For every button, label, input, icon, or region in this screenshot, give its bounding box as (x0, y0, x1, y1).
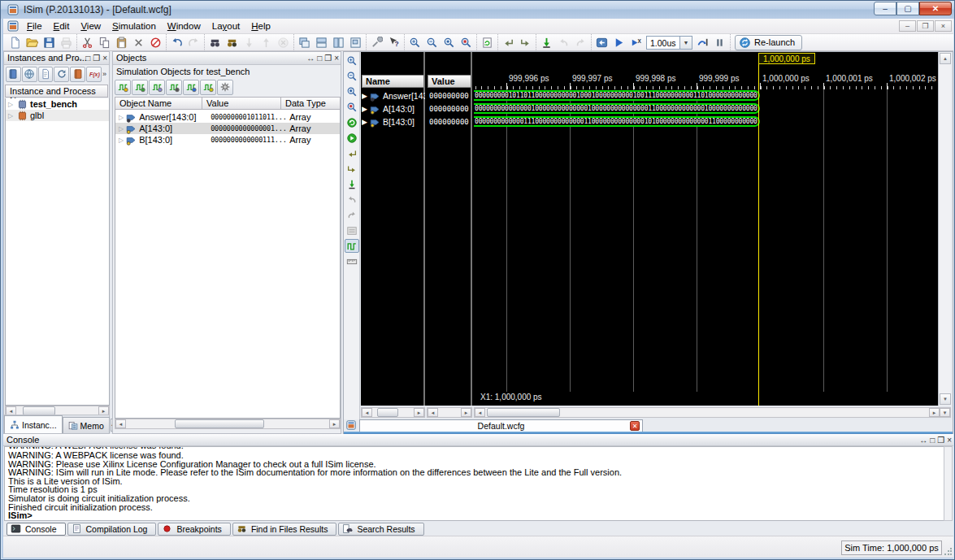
scroll-left-arrow[interactable]: ◂ (428, 408, 438, 417)
run-all-icon[interactable] (610, 35, 627, 50)
object-row-a[interactable]: ▷A[143:0]0000000000000001...Array (115, 123, 340, 134)
tree-item-test_bench[interactable]: ▷test_bench (6, 98, 109, 110)
scroll-left-arrow[interactable]: ◂ (475, 408, 485, 417)
restore-icon[interactable]: ❐ (93, 53, 100, 63)
expand-triangle-icon[interactable]: ▶ (362, 105, 367, 113)
preferences-icon[interactable] (368, 35, 385, 50)
next-marker-icon[interactable] (345, 208, 359, 222)
restore-icon[interactable]: ❐ (324, 53, 332, 63)
menu-help[interactable]: Help (245, 19, 276, 34)
chevron-down-icon[interactable]: ▼ (680, 36, 692, 50)
wave-signal-a[interactable]: ▶A[143:0] (362, 102, 425, 115)
scroll-right-arrow[interactable]: ▸ (461, 408, 471, 417)
settings-icon[interactable] (217, 80, 233, 95)
expand-triangle-icon[interactable]: ▷ (8, 101, 15, 108)
book-orange-icon[interactable] (70, 67, 85, 82)
maximize-button[interactable]: ▢ (896, 2, 919, 15)
find-in-files-icon[interactable] (224, 35, 241, 50)
maximize-icon[interactable]: □ (930, 435, 935, 445)
menu-view[interactable]: View (75, 19, 106, 34)
wave-name-header[interactable]: Name (362, 75, 424, 88)
instances-column-header[interactable]: Instance and Process Name (5, 85, 108, 98)
new-file-icon[interactable] (7, 35, 24, 50)
zoom-full-icon[interactable] (345, 85, 359, 98)
name-hscrollbar[interactable]: ◂ ▸ (361, 407, 425, 418)
menu-simulation[interactable]: Simulation (106, 19, 162, 34)
scroll-right-arrow[interactable]: ▸ (929, 408, 940, 417)
tab-memo[interactable]: Memo (63, 417, 110, 433)
sig-inout-icon[interactable] (149, 80, 165, 95)
restart-icon[interactable] (538, 35, 555, 50)
find-icon[interactable] (206, 35, 224, 50)
sig-output-icon[interactable] (132, 80, 148, 95)
maximize-icon[interactable]: □ (85, 53, 90, 63)
overflow-chevron-icon[interactable]: » (102, 70, 106, 78)
next-transition-icon[interactable] (345, 162, 359, 176)
refresh-icon[interactable] (479, 35, 496, 50)
mdi-restore-icon[interactable]: ❐ (917, 20, 934, 32)
prev-transition-icon[interactable] (345, 146, 359, 160)
jump-back-icon[interactable] (500, 35, 517, 50)
zoom-full-icon[interactable] (441, 35, 458, 50)
block-icon[interactable] (147, 35, 164, 50)
layout-tile-h-icon[interactable] (313, 35, 330, 50)
wave-canvas[interactable]: 999,996 ps999,997 ps999,998 ps999,999 ps… (474, 52, 937, 406)
delete-icon[interactable] (130, 35, 147, 50)
float-icon[interactable]: ↔ (75, 53, 83, 63)
close-icon[interactable]: × (334, 53, 339, 63)
zoom-cursor-icon[interactable] (458, 35, 475, 50)
tree-item-glbl[interactable]: ▷glbl (6, 110, 109, 121)
console-panel-title[interactable]: Console ↔□❐× (3, 434, 953, 446)
objects-column-data-type[interactable]: Data Type (281, 97, 341, 110)
zoom-in-icon[interactable] (345, 54, 359, 67)
tab-instanc[interactable]: Instanc... (4, 415, 63, 433)
tab-close-icon[interactable]: ✕ (630, 421, 640, 431)
wave-vscrollbar[interactable]: ▲ ▼ (938, 52, 951, 406)
instances-panel-title[interactable]: Instances and Pro... ↔□❐× (4, 52, 109, 65)
instances-tree[interactable]: ▷test_bench▷glbl (5, 98, 110, 406)
float-icon[interactable]: ↔ (306, 53, 315, 63)
scroll-thumb[interactable] (487, 408, 560, 417)
expand-triangle-icon[interactable]: ▶ (362, 118, 367, 126)
goto-time-icon[interactable] (345, 177, 359, 191)
wave-signal-b[interactable]: ▶B[143:0] (362, 115, 425, 128)
undo-icon[interactable] (168, 35, 185, 50)
wave-tab-default-wcfg[interactable]: Default.wcfg ✕ (359, 419, 643, 432)
swap-icon[interactable] (345, 224, 359, 237)
tab-breakpoints[interactable]: Breakpoints (158, 523, 230, 536)
zoom-in-icon[interactable] (406, 35, 423, 50)
copy-icon[interactable] (96, 35, 113, 50)
doc-icon[interactable] (38, 67, 54, 82)
scroll-up-arrow[interactable]: ▲ (940, 53, 951, 64)
layout-cascade-icon[interactable] (296, 35, 313, 50)
close-icon[interactable]: × (102, 53, 107, 63)
refresh-g-icon[interactable] (54, 67, 69, 82)
sig-constant-icon[interactable] (183, 80, 199, 95)
run-for-time-icon[interactable]: X (627, 35, 645, 50)
measure-icon[interactable] (345, 254, 359, 268)
objects-column-object-name[interactable]: Object Name (115, 97, 202, 110)
scroll-thumb[interactable] (175, 419, 264, 428)
sig-input-icon[interactable] (115, 80, 131, 95)
snap-icon[interactable] (345, 239, 359, 253)
canvas-hscrollbar[interactable]: ◂ ▸ ▾ (474, 407, 951, 418)
menu-edit[interactable]: Edit (48, 19, 76, 34)
expand-triangle-icon[interactable]: ▷ (119, 125, 124, 132)
minimize-button[interactable]: – (874, 2, 896, 15)
zoom-out-icon[interactable] (423, 35, 441, 50)
scroll-down-arrow[interactable]: ▼ (940, 393, 951, 405)
jump-forward-icon[interactable] (517, 35, 534, 50)
wave-signal-answer[interactable]: ▶Answer[143 (362, 89, 425, 102)
scroll-right-arrow[interactable]: ▸ (414, 408, 424, 417)
objects-column-value[interactable]: Value (202, 97, 281, 110)
scroll-corner-button[interactable]: ▾ (940, 408, 950, 417)
book-blue-icon[interactable] (6, 67, 21, 82)
paste-icon[interactable] (113, 35, 130, 50)
run-duration-combo[interactable]: 1.00us▼ (646, 36, 692, 50)
close-button[interactable]: ✕ (919, 2, 952, 15)
expand-triangle-icon[interactable]: ▶ (362, 92, 367, 100)
zoom-cursor-icon[interactable] (345, 100, 359, 114)
tab-search-results[interactable]: Search Results (338, 523, 423, 536)
pause-icon[interactable] (711, 35, 728, 50)
goto-time-zero-icon[interactable] (593, 35, 610, 50)
